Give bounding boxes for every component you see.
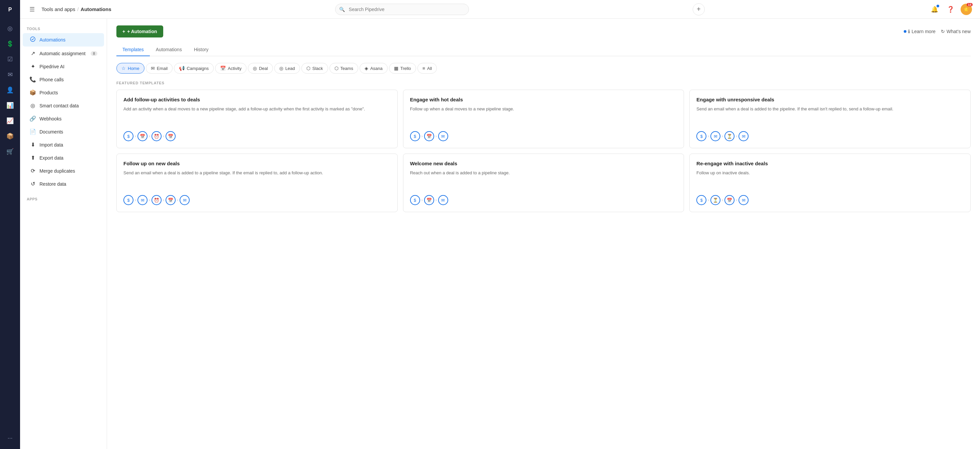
sidebar-item-documents[interactable]: 📄 Documents	[23, 126, 104, 138]
info-icon: ℹ	[908, 29, 910, 34]
restore-data-icon: ↺	[29, 181, 36, 187]
webhooks-icon: 🔗	[29, 115, 36, 122]
content-area: + + Automation ℹ Learn more ↻ What's new	[107, 19, 980, 449]
filter-teams[interactable]: ⬡ Teams	[329, 63, 358, 73]
template-card-add-followup[interactable]: Add follow-up activities to deals Add an…	[116, 90, 398, 148]
nav-leads[interactable]: 📊	[3, 99, 17, 112]
filter-all[interactable]: ≡ All	[417, 63, 437, 73]
trello-filter-icon: ▦	[394, 65, 398, 71]
sidebar-item-restore-data[interactable]: ↺ Restore data	[23, 178, 104, 190]
flow-icon-dollar6: $	[696, 195, 706, 205]
pipedrive-ai-label: Pipedrive AI	[40, 64, 65, 69]
avatar[interactable]: 🌟 14	[961, 4, 972, 15]
nav-mail[interactable]: ✉	[3, 68, 17, 81]
filter-asana[interactable]: ◈ Asana	[360, 63, 388, 73]
sidebar-item-webhooks[interactable]: 🔗 Webhooks	[23, 112, 104, 125]
menu-button[interactable]: ☰	[28, 4, 36, 14]
nav-activities[interactable]: ☑	[3, 53, 17, 66]
card-title-4: Follow up on new deals	[123, 161, 391, 166]
template-card-welcome-new[interactable]: Welcome new deals Reach out when a deal …	[403, 154, 684, 212]
apps-section-label: APPS	[20, 194, 107, 203]
card-title-3: Engage with unresponsive deals	[696, 97, 964, 102]
flow-icon-dollar5: $	[410, 195, 420, 205]
app-logo[interactable]: P	[4, 3, 16, 15]
sidebar: TOOLS Automations ↗ Automatic assignment…	[20, 19, 107, 449]
card-desc-5: Reach out when a deal is added to a pipe…	[410, 170, 677, 190]
all-filter-icon: ≡	[422, 65, 425, 71]
automations-icon	[29, 36, 36, 43]
avatar-label: 🌟	[964, 7, 969, 12]
flow-icon-email2: ✉	[710, 131, 721, 141]
filter-home[interactable]: ☆ Home	[116, 63, 145, 73]
sidebar-item-automations[interactable]: Automations	[23, 33, 104, 46]
template-card-engage-hot[interactable]: Engage with hot deals Follow up when a d…	[403, 90, 684, 148]
filter-slack[interactable]: ⬡ Slack	[301, 63, 328, 73]
slack-filter-icon: ⬡	[306, 65, 310, 71]
nav-more[interactable]: ···	[3, 431, 17, 445]
slack-filter-label: Slack	[312, 66, 323, 71]
sidebar-item-products[interactable]: 📦 Products	[23, 86, 104, 99]
automatic-assignment-label: Automatic assignment	[40, 51, 86, 56]
card-flow-6: $ › ⏳ › 📅 › ✉	[696, 195, 964, 205]
learn-more-link[interactable]: ℹ Learn more	[904, 29, 935, 34]
breadcrumb-separator: /	[77, 6, 79, 12]
pipedrive-ai-icon: ✦	[29, 63, 36, 70]
card-desc-1: Add an activity when a deal moves to a n…	[123, 106, 391, 126]
sidebar-item-automatic-assignment[interactable]: ↗ Automatic assignment 8	[23, 47, 104, 60]
activity-filter-label: Activity	[228, 66, 242, 71]
tools-section-label: TOOLS	[20, 24, 107, 33]
template-card-engage-unresponsive[interactable]: Engage with unresponsive deals Send an e…	[689, 90, 970, 148]
smart-contact-label: Smart contact data	[40, 103, 79, 108]
template-card-reengage-inactive[interactable]: Re-engage with inactive deals Follow up …	[689, 154, 970, 212]
learn-more-label: Learn more	[912, 29, 935, 34]
filter-campaigns[interactable]: 📢 Campaigns	[174, 63, 214, 73]
card-flow-2: $ › 📅 › ✉	[410, 131, 677, 141]
search-input[interactable]	[335, 4, 469, 15]
sidebar-item-merge-duplicates[interactable]: ⟳ Merge duplicates	[23, 165, 104, 177]
nav-marketplace[interactable]: 🛒	[3, 145, 17, 158]
flow-arrow: ›	[135, 134, 136, 139]
sidebar-item-export-data[interactable]: ⬆ Export data	[23, 151, 104, 164]
template-card-followup-new[interactable]: Follow up on new deals Send an email whe…	[116, 154, 398, 212]
nav-reports[interactable]: 📈	[3, 114, 17, 127]
flow-icon-clock2: ⏰	[151, 195, 162, 205]
tab-history[interactable]: History	[188, 43, 215, 56]
sidebar-item-pipedrive-ai[interactable]: ✦ Pipedrive AI	[23, 60, 104, 73]
nav-deals[interactable]: 💲	[3, 37, 17, 51]
flow-icon-calendar5: 📅	[424, 195, 434, 205]
home-filter-icon: ☆	[121, 65, 126, 71]
breadcrumb: Tools and apps / Automations	[41, 6, 111, 12]
filter-lead[interactable]: ◎ Lead	[274, 63, 300, 73]
filter-deal[interactable]: ◎ Deal	[248, 63, 273, 73]
merge-duplicates-label: Merge duplicates	[40, 168, 75, 174]
tab-templates[interactable]: Templates	[116, 43, 150, 56]
nav-products[interactable]: 📦	[3, 129, 17, 143]
main-area: ☰ Tools and apps / Automations 🔍 + 🔔 ❓ 🌟…	[20, 0, 980, 449]
flow-icon-dollar: $	[123, 131, 134, 141]
lead-filter-icon: ◎	[279, 65, 283, 71]
svg-text:P: P	[8, 7, 12, 13]
breadcrumb-parent[interactable]: Tools and apps	[41, 6, 75, 12]
nav-contacts[interactable]: 👤	[3, 83, 17, 97]
flow-arrow: ›	[722, 134, 723, 139]
sidebar-item-smart-contact-data[interactable]: ◎ Smart contact data	[23, 99, 104, 112]
whats-new-link[interactable]: ↻ What's new	[941, 29, 970, 34]
learn-more-dot	[904, 30, 907, 33]
filter-email[interactable]: ✉ Email	[146, 63, 173, 73]
add-automation-button[interactable]: + + Automation	[116, 25, 163, 37]
help-button[interactable]: ❓	[945, 3, 956, 15]
add-button[interactable]: +	[693, 3, 705, 15]
nav-target[interactable]: ◎	[3, 22, 17, 35]
asana-filter-icon: ◈	[364, 65, 368, 71]
filter-trello[interactable]: ▦ Trello	[389, 63, 416, 73]
filter-activity[interactable]: 📅 Activity	[215, 63, 247, 73]
flow-arrow: ›	[135, 198, 136, 202]
flow-arrow: ›	[736, 198, 737, 202]
flow-icon-calendar2: 📅	[165, 131, 176, 141]
sidebar-item-phone-calls[interactable]: 📞 Phone calls	[23, 73, 104, 86]
notifications-button[interactable]: 🔔	[929, 3, 940, 15]
sidebar-item-import-data[interactable]: ⬇ Import data	[23, 139, 104, 151]
tab-automations[interactable]: Automations	[150, 43, 188, 56]
teams-filter-icon: ⬡	[334, 65, 339, 71]
card-title-5: Welcome new deals	[410, 161, 677, 166]
